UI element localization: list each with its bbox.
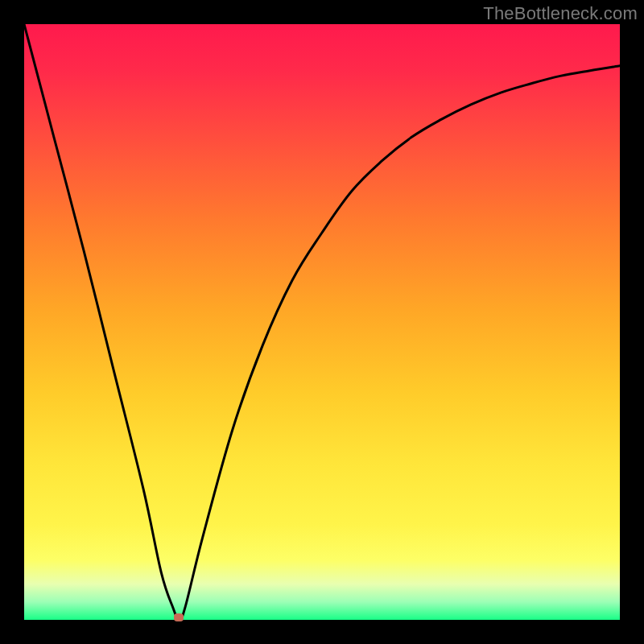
chart-frame: TheBottleneck.com [0,0,644,644]
bottleneck-curve-line [24,24,620,620]
minimum-marker [174,613,184,621]
watermark-text: TheBottleneck.com [483,3,638,24]
chart-svg [24,24,620,620]
